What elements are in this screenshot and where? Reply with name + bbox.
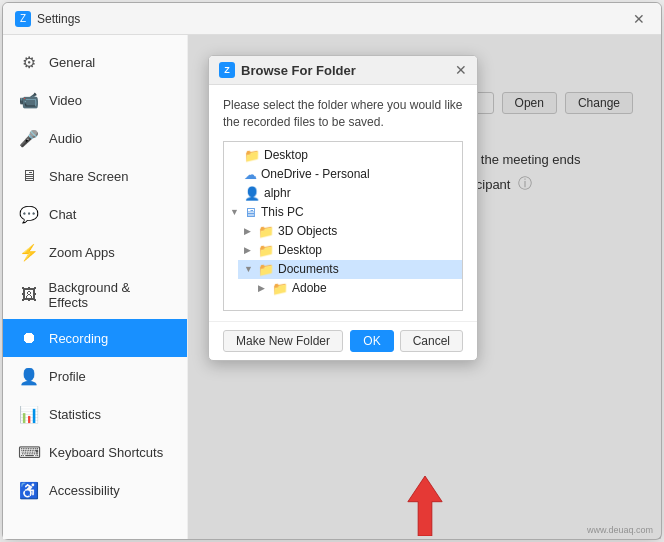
- share-screen-icon: 🖥: [19, 166, 39, 186]
- sidebar-item-statistics[interactable]: 📊 Statistics: [3, 395, 187, 433]
- sidebar-item-recording[interactable]: ⏺ Recording: [3, 319, 187, 357]
- audio-icon: 🎤: [19, 128, 39, 148]
- dialog-overlay: Z Browse For Folder ✕ Please select the …: [188, 35, 661, 539]
- sidebar-label-zoom-apps: Zoom Apps: [49, 245, 115, 260]
- tree-label-6: Documents: [278, 262, 339, 276]
- video-icon: 📹: [19, 90, 39, 110]
- tree-item-5[interactable]: ▶ 📁 Desktop: [238, 241, 462, 260]
- sidebar-item-audio[interactable]: 🎤 Audio: [3, 119, 187, 157]
- sidebar-label-chat: Chat: [49, 207, 76, 222]
- tree-item-7[interactable]: ▶ 📁 Adobe: [252, 279, 462, 298]
- dialog-close-button[interactable]: ✕: [455, 62, 467, 78]
- tree-item-6[interactable]: ▼ 📁 Documents: [238, 260, 462, 279]
- dialog-body: Please select the folder where you would…: [209, 85, 477, 321]
- sidebar-label-video: Video: [49, 93, 82, 108]
- sidebar-label-keyboard-shortcuts: Keyboard Shortcuts: [49, 445, 163, 460]
- sidebar-item-accessibility[interactable]: ♿ Accessibility: [3, 471, 187, 509]
- tree-folder-icon-4: 📁: [258, 224, 274, 239]
- sidebar-label-profile: Profile: [49, 369, 86, 384]
- sidebar-label-audio: Audio: [49, 131, 82, 146]
- folder-tree[interactable]: 📁 Desktop ☁ OneDrive - Personal 👤 alphr …: [223, 141, 463, 311]
- titlebar-title-group: Z Settings: [15, 11, 80, 27]
- dialog-footer: Make New Folder OK Cancel: [209, 321, 477, 360]
- sidebar-item-chat[interactable]: 💬 Chat: [3, 195, 187, 233]
- sidebar-item-keyboard-shortcuts[interactable]: ⌨ Keyboard Shortcuts: [3, 433, 187, 471]
- sidebar-label-general: General: [49, 55, 95, 70]
- tree-label-4: 3D Objects: [278, 224, 337, 238]
- sidebar-label-accessibility: Accessibility: [49, 483, 120, 498]
- tree-label-0: Desktop: [264, 148, 308, 162]
- tree-item-1[interactable]: ☁ OneDrive - Personal: [224, 165, 462, 184]
- tree-folder-icon-5: 📁: [258, 243, 274, 258]
- svg-marker-0: [407, 476, 441, 536]
- window-close-button[interactable]: ✕: [629, 9, 649, 29]
- dialog-title: Browse For Folder: [241, 63, 356, 78]
- sidebar-item-video[interactable]: 📹 Video: [3, 81, 187, 119]
- zoom-apps-icon: ⚡: [19, 242, 39, 262]
- sidebar-label-background-effects: Background & Effects: [49, 280, 171, 310]
- dialog-zoom-icon: Z: [219, 62, 235, 78]
- settings-window: Z Settings ✕ ⚙ General 📹 Video 🎤 Audio 🖥…: [2, 2, 662, 540]
- main-panel: Local Recording Store my recording at: C…: [188, 35, 661, 539]
- tree-chevron-3: ▼: [230, 207, 240, 217]
- tree-label-2: alphr: [264, 186, 291, 200]
- statistics-icon: 📊: [19, 404, 39, 424]
- sidebar-item-share-screen[interactable]: 🖥 Share Screen: [3, 157, 187, 195]
- tree-folder-icon-7: 📁: [272, 281, 288, 296]
- titlebar: Z Settings ✕: [3, 3, 661, 35]
- tree-label-3: This PC: [261, 205, 304, 219]
- tree-label-5: Desktop: [278, 243, 322, 257]
- tree-folder-icon-6: 📁: [258, 262, 274, 277]
- keyboard-shortcuts-icon: ⌨: [19, 442, 39, 462]
- sidebar-label-share-screen: Share Screen: [49, 169, 129, 184]
- tree-chevron-4: ▶: [244, 226, 254, 236]
- sidebar-item-general[interactable]: ⚙ General: [3, 43, 187, 81]
- browse-folder-dialog: Z Browse For Folder ✕ Please select the …: [208, 55, 478, 361]
- tree-folder-icon-3: 🖥: [244, 205, 257, 220]
- tree-chevron-6: ▼: [244, 264, 254, 274]
- cancel-button[interactable]: Cancel: [400, 330, 463, 352]
- tree-label-1: OneDrive - Personal: [261, 167, 370, 181]
- dialog-title-group: Z Browse For Folder: [219, 62, 356, 78]
- profile-icon: 👤: [19, 366, 39, 386]
- main-content: ⚙ General 📹 Video 🎤 Audio 🖥 Share Screen…: [3, 35, 661, 539]
- arrow-indicator: [395, 476, 455, 539]
- dialog-footer-right: OK Cancel: [350, 330, 463, 352]
- accessibility-icon: ♿: [19, 480, 39, 500]
- tree-item-2[interactable]: 👤 alphr: [224, 184, 462, 203]
- make-new-folder-button[interactable]: Make New Folder: [223, 330, 343, 352]
- app-icon: Z: [15, 11, 31, 27]
- ok-button[interactable]: OK: [350, 330, 393, 352]
- sidebar: ⚙ General 📹 Video 🎤 Audio 🖥 Share Screen…: [3, 35, 188, 539]
- dialog-description: Please select the folder where you would…: [223, 97, 463, 131]
- sidebar-label-statistics: Statistics: [49, 407, 101, 422]
- sidebar-item-background-effects[interactable]: 🖼 Background & Effects: [3, 271, 187, 319]
- sidebar-item-profile[interactable]: 👤 Profile: [3, 357, 187, 395]
- tree-label-7: Adobe: [292, 281, 327, 295]
- background-effects-icon: 🖼: [19, 285, 39, 305]
- tree-chevron-7: ▶: [258, 283, 268, 293]
- recording-icon: ⏺: [19, 328, 39, 348]
- general-icon: ⚙: [19, 52, 39, 72]
- sidebar-item-zoom-apps[interactable]: ⚡ Zoom Apps: [3, 233, 187, 271]
- tree-item-3[interactable]: ▼ 🖥 This PC: [224, 203, 462, 222]
- chat-icon: 💬: [19, 204, 39, 224]
- tree-item-4[interactable]: ▶ 📁 3D Objects: [238, 222, 462, 241]
- dialog-titlebar: Z Browse For Folder ✕: [209, 56, 477, 85]
- tree-folder-icon-0: 📁: [244, 148, 260, 163]
- sidebar-label-recording: Recording: [49, 331, 108, 346]
- window-title: Settings: [37, 12, 80, 26]
- tree-item-0[interactable]: 📁 Desktop: [224, 146, 462, 165]
- tree-folder-icon-2: 👤: [244, 186, 260, 201]
- tree-chevron-5: ▶: [244, 245, 254, 255]
- tree-folder-icon-1: ☁: [244, 167, 257, 182]
